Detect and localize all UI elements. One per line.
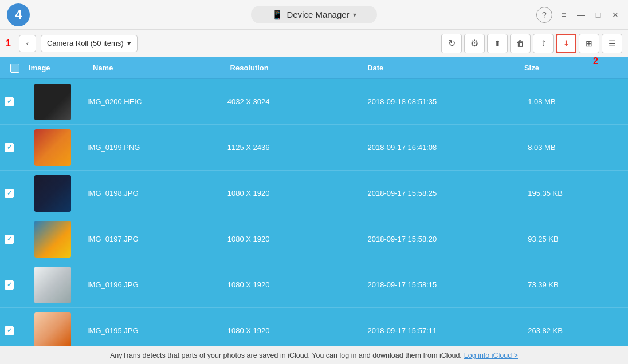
row-date-3: 2018-09-17 15:58:20 [367,235,528,243]
table-header: Image Name Resolution Date Size [0,57,628,79]
close-button[interactable]: ✕ [610,9,621,21]
table-body: IMG_0200.HEIC 4032 X 3024 2018-09-18 08:… [0,79,628,346]
breadcrumb-select[interactable]: Camera Roll (50 items) ▾ [41,35,138,52]
row-image-1 [18,129,87,166]
minimize-button[interactable]: — [575,9,587,21]
table-row[interactable]: IMG_0196.JPG 1080 X 1920 2018-09-17 15:5… [0,262,628,308]
row-size-0: 1.08 MB [528,97,628,106]
grid-view-button[interactable]: ⊞ [579,34,599,53]
gear-icon: ⚙ [470,38,478,49]
breadcrumb-label: Camera Roll (50 items) [47,39,124,48]
checkbox-4[interactable] [5,280,14,290]
title-bar: 4 📱 Device Manager ▾ ? ≡ — □ ✕ [0,0,628,30]
table-row[interactable]: IMG_0197.JPG 1080 X 1920 2018-09-17 15:5… [0,216,628,262]
breadcrumb-chevron-icon: ▾ [127,39,131,48]
checkbox-0[interactable] [5,97,14,106]
thumbnail-3 [34,221,71,258]
step1-label: 1 [6,38,11,49]
maximize-button[interactable]: □ [592,9,604,21]
row-checkbox-0[interactable] [0,97,18,106]
table-row[interactable]: IMG_0200.HEIC 4032 X 3024 2018-09-18 08:… [0,79,628,125]
app-logo: 4 [7,3,30,26]
row-resolution-5: 1080 X 1920 [227,326,368,335]
notification-bar: AnyTrans detects that parts of your phot… [0,346,628,364]
row-image-3 [18,221,87,258]
row-size-2: 195.35 KB [528,189,628,197]
export-button[interactable]: ⤴ [533,34,554,53]
row-image-4 [18,267,87,303]
row-image-2 [18,175,87,212]
row-name-0: IMG_0200.HEIC [87,97,227,106]
import-button[interactable]: ⬇ [556,34,576,53]
icloud-login-link[interactable]: Log into iCloud > [464,351,518,359]
row-resolution-0: 4032 X 3024 [227,97,368,106]
chevron-down-icon: ▾ [353,11,356,19]
delete-button[interactable]: 🗑 [510,34,531,53]
checkbox-5[interactable] [5,326,14,335]
export-icon: ⤴ [541,39,545,48]
thumbnail-0 [34,84,71,120]
grid-icon: ⊞ [586,39,592,48]
list-icon: ☰ [609,39,616,48]
title-center-wrapper: 📱 Device Manager ▾ [251,6,377,23]
row-date-4: 2018-09-17 15:58:15 [367,280,528,289]
column-header-image: Image [24,64,93,72]
toolbar-actions: ↻ ⚙ ⬆ 🗑 ⤴ ⬇ ⊞ ☰ 2 [441,34,622,53]
step2-label: 2 [593,56,598,66]
checkbox-2[interactable] [5,189,14,198]
menu-button[interactable]: ≡ [558,9,570,21]
row-date-5: 2018-09-17 15:57:11 [367,326,528,335]
title-bar-left: 4 [7,3,30,26]
thumbnail-1 [34,129,71,166]
row-checkbox-1[interactable] [0,143,18,152]
row-date-1: 2018-09-17 16:41:08 [367,143,528,152]
row-size-1: 8.03 MB [528,143,628,152]
table-row[interactable]: IMG_0195.JPG 1080 X 1920 2018-09-17 15:5… [0,308,628,346]
refresh-button[interactable]: ↻ [441,34,462,53]
row-date-2: 2018-09-17 15:58:25 [367,189,528,197]
table-row[interactable]: IMG_0198.JPG 1080 X 1920 2018-09-17 15:5… [0,171,628,216]
upload-button[interactable]: ⬆ [487,34,508,53]
phone-icon: 📱 [272,9,283,20]
import-icon: ⬇ [563,39,570,48]
notification-text: AnyTrans detects that parts of your phot… [110,351,462,359]
table-row[interactable]: IMG_0199.PNG 1125 X 2436 2018-09-17 16:4… [0,125,628,171]
row-checkbox-2[interactable] [0,189,18,198]
thumbnail-5 [34,312,71,346]
select-all-checkbox[interactable] [10,64,19,73]
back-button[interactable]: ‹ [19,35,36,52]
checkbox-1[interactable] [5,143,14,152]
column-header-date: Date [367,64,524,72]
settings-button[interactable]: ⚙ [464,34,485,53]
thumbnail-2 [34,175,71,212]
column-header-size: Size [524,64,622,72]
row-size-5: 263.82 KB [528,326,628,335]
row-date-0: 2018-09-18 08:51:35 [367,97,528,106]
row-checkbox-3[interactable] [0,235,18,244]
row-name-1: IMG_0199.PNG [87,143,227,152]
list-view-button[interactable]: ☰ [602,34,622,53]
header-checkbox[interactable] [6,64,24,73]
row-name-4: IMG_0196.JPG [87,280,227,289]
row-size-3: 93.25 KB [528,235,628,243]
device-manager-button[interactable]: 📱 Device Manager ▾ [251,6,377,23]
upload-icon: ⬆ [494,39,501,48]
row-name-2: IMG_0198.JPG [87,189,227,197]
row-image-0 [18,84,87,120]
title-text: Device Manager [286,10,349,19]
row-checkbox-4[interactable] [0,280,18,290]
row-resolution-2: 1080 X 1920 [227,189,368,197]
row-resolution-3: 1080 X 1920 [227,235,368,243]
row-name-5: IMG_0195.JPG [87,326,227,335]
row-checkbox-5[interactable] [0,326,18,335]
refresh-icon: ↻ [448,38,456,49]
column-header-name: Name [93,64,230,72]
row-name-3: IMG_0197.JPG [87,235,227,243]
checkbox-3[interactable] [5,235,14,244]
column-header-resolution: Resolution [230,64,368,72]
row-image-5 [18,312,87,346]
help-button[interactable]: ? [536,7,552,23]
row-resolution-1: 1125 X 2436 [227,143,368,152]
title-bar-right: ? ≡ — □ ✕ [536,7,621,23]
row-size-4: 73.39 KB [528,280,628,289]
